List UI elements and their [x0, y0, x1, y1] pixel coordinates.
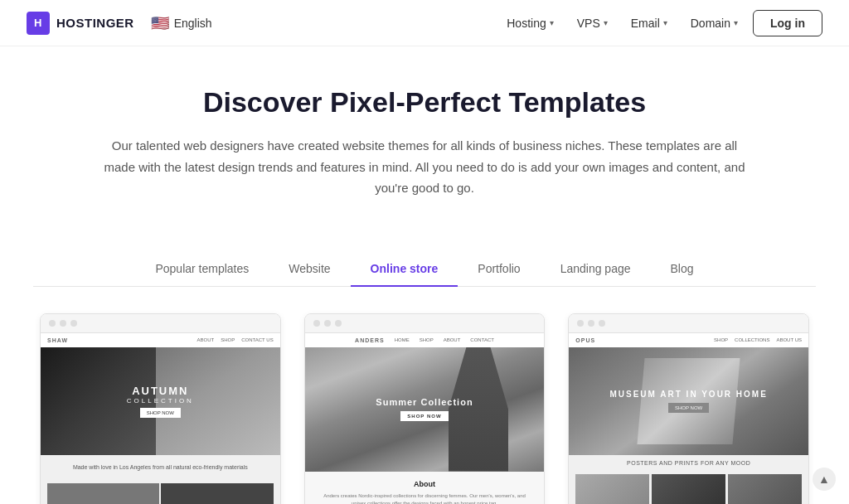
browser-dot-yellow: [588, 320, 594, 327]
page-title: Discover Pixel-Perfect Templates: [33, 86, 816, 119]
mockup-hero-image: MUSEUM ART IN YOUR HOME SHOP NOW: [569, 347, 808, 455]
browser-bar: [41, 314, 280, 333]
mockup-grid-img: [575, 474, 649, 505]
tab-website[interactable]: Website: [269, 252, 350, 287]
template-preview-anders: ANDERS HOME SHOP ABOUT CONTACT Summer Co…: [305, 333, 545, 505]
language-selector[interactable]: 🇺🇸 English: [151, 14, 212, 32]
mockup-grid-img: [161, 483, 273, 504]
browser-dot-green: [599, 320, 605, 327]
chevron-down-icon: ▾: [734, 18, 738, 27]
browser-bar: [569, 314, 808, 333]
mockup-grid-img: [652, 474, 725, 505]
chevron-down-icon: ▾: [550, 18, 554, 27]
brand-name: HOSTINGER: [56, 16, 134, 30]
tab-online-store[interactable]: Online store: [351, 252, 458, 287]
template-card-opus[interactable]: OPUS SHOP COLLECTIONS ABOUT US MUSEUM AR…: [568, 313, 809, 505]
nav-left: H HOSTINGER 🇺🇸 English: [27, 12, 212, 35]
navbar: H HOSTINGER 🇺🇸 English Hosting ▾ VPS ▾ E…: [0, 0, 849, 46]
hero-section: Discover Pixel-Perfect Templates Our tal…: [0, 46, 849, 252]
nav-email[interactable]: Email ▾: [623, 10, 676, 36]
template-card-anders[interactable]: ANDERS HOME SHOP ABOUT CONTACT Summer Co…: [304, 313, 546, 505]
browser-dot-yellow: [60, 320, 66, 327]
nav-vps[interactable]: VPS ▾: [569, 10, 616, 36]
category-tabs: Popular templates Website Online store P…: [33, 252, 816, 287]
browser-dot-green: [70, 320, 77, 327]
browser-dot-red: [49, 320, 56, 327]
template-preview-shaw: SHAW ABOUT SHOP CONTACT US AUTUMN COLLEC…: [41, 333, 280, 505]
browser-bar: [305, 314, 545, 333]
nav-hosting[interactable]: Hosting ▾: [498, 10, 561, 36]
mockup-hero-image: AUTUMN COLLECTION SHOP NOW: [41, 347, 280, 455]
templates-grid: SHAW ABOUT SHOP CONTACT US AUTUMN COLLEC…: [0, 287, 849, 505]
tab-blog[interactable]: Blog: [651, 252, 714, 287]
mockup-grid-img: [728, 474, 802, 505]
browser-dot-yellow: [324, 320, 331, 327]
scroll-to-top-button[interactable]: ▲: [813, 468, 836, 491]
flag-icon: 🇺🇸: [151, 14, 169, 32]
chevron-down-icon: ▾: [604, 18, 608, 27]
browser-dot-red: [577, 320, 584, 327]
mockup-hero-image: Summer Collection SHOP NOW: [305, 347, 545, 472]
tab-portfolio[interactable]: Portfolio: [458, 252, 540, 287]
browser-dot-green: [335, 320, 342, 327]
chevron-down-icon: ▾: [663, 18, 667, 27]
nav-right: Hosting ▾ VPS ▾ Email ▾ Domain ▾ Log in: [498, 10, 822, 36]
mockup-nav: OPUS SHOP COLLECTIONS ABOUT US: [569, 333, 808, 347]
lang-label: English: [174, 17, 212, 30]
mockup-nav: ANDERS HOME SHOP ABOUT CONTACT: [305, 333, 545, 347]
mockup-grid-img: [47, 483, 159, 504]
browser-dot-red: [313, 320, 320, 327]
tab-popular-templates[interactable]: Popular templates: [135, 252, 269, 287]
logo-icon: H: [27, 12, 50, 35]
tab-landing-page[interactable]: Landing page: [541, 252, 651, 287]
template-preview-opus: OPUS SHOP COLLECTIONS ABOUT US MUSEUM AR…: [569, 333, 808, 505]
logo[interactable]: H HOSTINGER: [27, 12, 134, 35]
login-button[interactable]: Log in: [753, 10, 822, 36]
template-card-shaw[interactable]: SHAW ABOUT SHOP CONTACT US AUTUMN COLLEC…: [40, 313, 281, 505]
hero-description: Our talented web designers have created …: [101, 135, 748, 199]
nav-domain[interactable]: Domain ▾: [682, 10, 746, 36]
mockup-nav: SHAW ABOUT SHOP CONTACT US: [41, 333, 280, 347]
